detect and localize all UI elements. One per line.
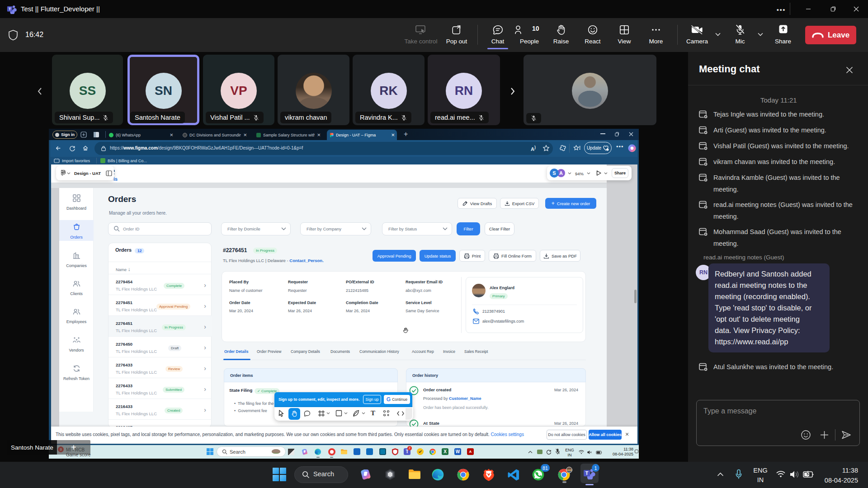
svg-text:T: T xyxy=(585,470,589,476)
svg-text:T: T xyxy=(9,7,11,11)
